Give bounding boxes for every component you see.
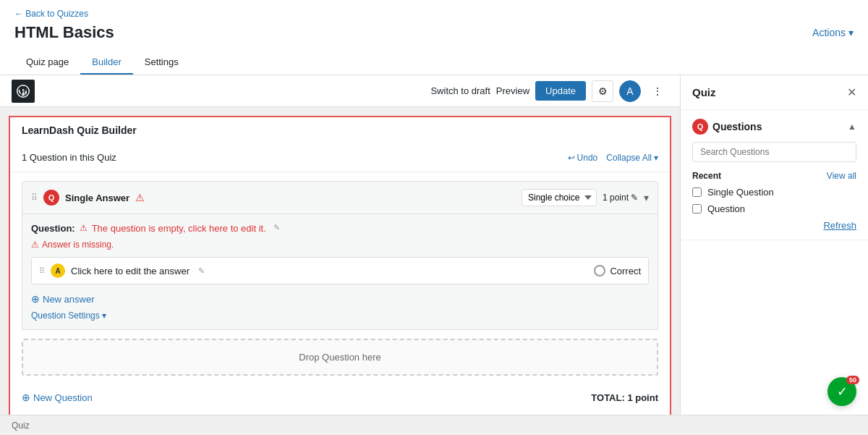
builder-header: LearnDash Quiz Builder [9, 116, 671, 143]
question-type-select[interactable]: Single choice [522, 189, 597, 206]
builder-content: 1 Question in this Quiz ↩ Undo Collapse … [9, 143, 671, 433]
inline-warning-icon: ⚠ [80, 223, 88, 233]
tab-quiz-page[interactable]: Quiz page [14, 51, 80, 75]
question-label: Question: [31, 223, 75, 234]
update-button[interactable]: Update [535, 81, 586, 101]
drag-handle-icon[interactable]: ⠿ [31, 193, 38, 203]
refresh-link[interactable]: Refresh [692, 220, 856, 231]
answer-icon: A [51, 263, 65, 278]
point-edit-button[interactable]: 1 point ✎ [603, 193, 638, 203]
settings-gear-button[interactable]: ⚙ [592, 80, 613, 102]
tab-bar: Quiz page Builder Settings [14, 51, 854, 75]
more-options-button[interactable]: ⋮ [647, 80, 668, 102]
question-title: Single Answer [65, 193, 129, 203]
sidebar-section-header: Q Questions ▲ [692, 119, 856, 135]
quiz-count: 1 Question in this Quiz [22, 152, 116, 163]
question-settings-button[interactable]: Question Settings ▾ [31, 311, 106, 321]
bottom-bar: Quiz [0, 415, 868, 435]
undo-icon: ↩ [568, 153, 575, 163]
builder-scroll-area: LearnDash Quiz Builder 1 Question in thi… [0, 107, 680, 435]
question-row: Question: ⚠ The question is empty, click… [31, 223, 649, 234]
tab-settings[interactable]: Settings [133, 51, 190, 75]
badge-count: 50 [846, 376, 859, 384]
question-header: ⠿ Q Single Answer ⚠ Single choice 1 poin… [22, 182, 658, 214]
list-item: Question [692, 203, 856, 214]
drop-zone[interactable]: Drop Question here [22, 339, 658, 376]
tab-builder[interactable]: Builder [80, 51, 132, 75]
question-card: ⠿ Q Single Answer ⚠ Single choice 1 poin… [22, 181, 658, 330]
question-type-icon: Q [43, 190, 59, 206]
question-checkbox[interactable] [692, 204, 702, 214]
builder-toolbar: Switch to draft Preview Update ⚙ A ⋮ [0, 75, 680, 107]
question-header-left: ⠿ Q Single Answer ⚠ [31, 190, 145, 206]
recent-label: Recent [692, 171, 721, 181]
back-to-quizzes-link[interactable]: ← Back to Quizzes [14, 9, 854, 19]
answer-row: ⠿ A Click here to edit the answer ✎ Corr… [31, 257, 649, 284]
warning-small-icon: ⚠ [31, 240, 39, 250]
user-avatar-button[interactable]: A [619, 80, 641, 102]
sidebar-questions-section: Q Questions ▲ Recent View all Single Que… [681, 110, 868, 240]
chevron-down-icon: ▾ [654, 153, 658, 163]
total-label: TOTAL: 1 point [591, 392, 658, 403]
sidebar-title: Quiz [692, 86, 716, 98]
switch-to-draft-button[interactable]: Switch to draft [430, 85, 490, 96]
sidebar-collapse-icon[interactable]: ▲ [848, 122, 856, 132]
search-questions-input[interactable] [692, 142, 856, 162]
recent-header: Recent View all [692, 171, 856, 181]
wp-logo [12, 80, 35, 103]
question-label: Question [707, 203, 745, 214]
question-collapse-arrow[interactable]: ▾ [644, 192, 649, 203]
actions-button[interactable]: Actions ▾ [812, 27, 854, 38]
sidebar-section-title: Q Questions [692, 119, 762, 135]
quiz-count-bar: 1 Question in this Quiz ↩ Undo Collapse … [10, 143, 670, 172]
warning-icon: ⚠ [135, 192, 145, 203]
chevron-down-icon: ▾ [102, 311, 106, 321]
answer-drag-handle[interactable]: ⠿ [39, 266, 45, 276]
answer-edit-icon[interactable]: ✎ [198, 266, 205, 276]
sidebar-header: Quiz ✕ [681, 75, 868, 110]
undo-button[interactable]: ↩ Undo [568, 153, 598, 163]
edit-icon: ✎ [631, 193, 638, 203]
single-question-label: Single Question [707, 187, 774, 198]
question-empty-msg[interactable]: The question is empty, click here to edi… [92, 223, 266, 234]
new-answer-button[interactable]: ⊕ New answer [31, 290, 95, 308]
single-question-checkbox[interactable] [692, 187, 702, 197]
view-all-link[interactable]: View all [827, 171, 856, 181]
question-header-right: Single choice 1 point ✎ ▾ [522, 189, 649, 206]
answer-left: ⠿ A Click here to edit the answer ✎ [39, 263, 205, 278]
bottom-label: Quiz [12, 421, 30, 431]
list-item: Single Question [692, 187, 856, 198]
preview-button[interactable]: Preview [496, 85, 529, 96]
plus-circle-icon: ⊕ [22, 392, 30, 403]
page-title: HTML Basics [14, 23, 114, 42]
correct-radio[interactable] [594, 265, 605, 276]
answer-right: Correct [594, 265, 641, 276]
answer-text[interactable]: Click here to edit the answer [71, 266, 190, 276]
answer-missing-msg: ⚠ Answer is missing. [31, 240, 649, 250]
chevron-down-icon: ▾ [848, 27, 854, 38]
new-question-bar: ⊕ New Question TOTAL: 1 point [10, 384, 670, 410]
success-badge[interactable]: ✓ 50 [827, 377, 856, 406]
plus-icon: ⊕ [31, 293, 40, 305]
undo-collapse-bar: ↩ Undo Collapse All ▾ [568, 153, 658, 163]
sidebar-close-button[interactable]: ✕ [847, 85, 856, 99]
question-body: Question: ⚠ The question is empty, click… [22, 214, 658, 329]
collapse-all-button[interactable]: Collapse All ▾ [606, 153, 658, 163]
questions-icon: Q [692, 119, 708, 135]
new-question-button[interactable]: ⊕ New Question [22, 392, 93, 403]
edit-pen-icon[interactable]: ✎ [273, 223, 280, 232]
actions-label: Actions [812, 27, 846, 38]
correct-label: Correct [610, 266, 641, 276]
